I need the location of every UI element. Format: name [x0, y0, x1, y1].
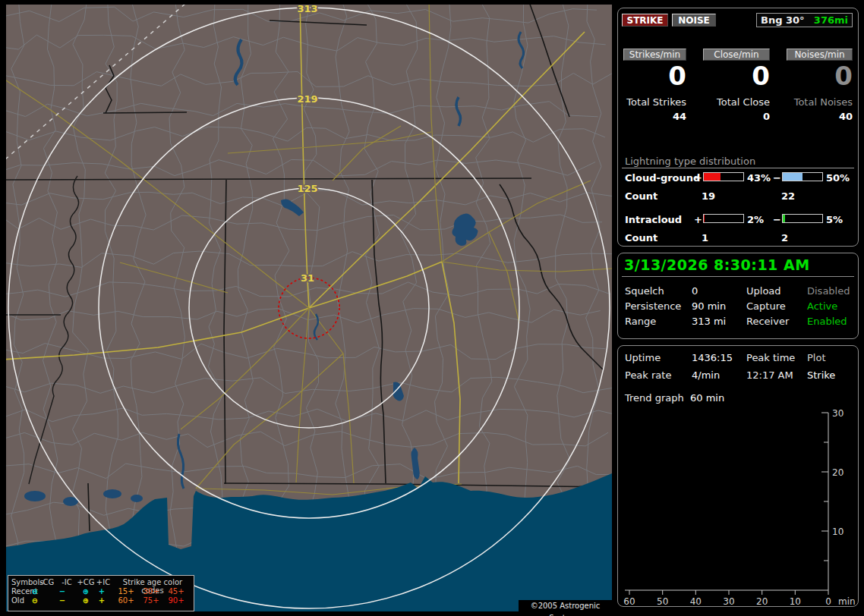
total-noises-label: Total Noises — [787, 96, 853, 108]
strikes-counter-column: Strikes/min 0 Total Strikes 44 — [623, 49, 686, 132]
bearing-value: Bng 30° — [761, 14, 805, 26]
uptime-value: 1436:15 — [692, 352, 733, 363]
range-value: 313 mi — [692, 316, 726, 327]
ic-plus-pct: 2% — [747, 214, 764, 225]
upload-status: Disabled — [807, 285, 850, 297]
cg-plus-pct: 43% — [747, 172, 771, 184]
noises-counter-column: Noises/min 0 Total Noises 40 — [787, 49, 853, 132]
persistence-value: 90 min — [692, 300, 726, 312]
range-row: Range 313 mi Receiver Enabled — [618, 316, 858, 328]
bearing-range-display: Bng 30° 376mi — [756, 13, 853, 27]
cloud-ground-row: Cloud-ground + 43% − 50% — [618, 172, 858, 183]
plot-label: Plot — [807, 352, 826, 363]
strike-tab-button[interactable]: STRIKE — [622, 14, 668, 27]
strike-symbol-legend: Symbols -CG -IC +CG +IC Strike age color… — [8, 575, 194, 611]
noise-tab-button[interactable]: NOISE — [672, 14, 716, 27]
trend-graph-row: Trend graph 60 min — [618, 392, 858, 404]
capture-label: Capture — [746, 300, 786, 312]
pos-ic-recent-icon: + — [95, 587, 109, 596]
age-60-label: 60+ — [115, 596, 137, 605]
total-strikes-label: Total Strikes — [623, 96, 686, 108]
cloud-ground-label: Cloud-ground — [625, 172, 700, 184]
neg-cg-old-icon: ⊖ — [28, 596, 42, 605]
svg-text:50: 50 — [657, 596, 668, 606]
distribution-title: Lightning type distribution — [625, 156, 755, 167]
capture-status: Active — [807, 300, 837, 312]
svg-text:0: 0 — [825, 596, 831, 606]
persistence-label: Persistence — [625, 300, 681, 312]
neg-ic-recent-icon: − — [55, 587, 69, 596]
close-per-min-value: 0 — [703, 62, 770, 90]
ring-label-31: 31 — [301, 272, 314, 284]
range-label: Range — [625, 316, 656, 327]
copyright-label: ©2005 Astrogenic Systems — [519, 600, 612, 612]
svg-text:20: 20 — [756, 596, 768, 606]
svg-text:10: 10 — [832, 526, 844, 537]
intracloud-label: Intracloud — [625, 214, 682, 225]
receiver-label: Receiver — [746, 316, 789, 327]
total-close-label: Total Close — [703, 96, 770, 108]
svg-text:40: 40 — [690, 596, 702, 606]
cg-minus-pct: 50% — [826, 172, 850, 184]
ic-plus-count: 1 — [702, 232, 708, 244]
pos-ic-old-icon: + — [95, 596, 109, 605]
ring-label-125: 125 — [297, 183, 317, 194]
strikes-per-min-chip[interactable]: Strikes/min — [623, 49, 686, 61]
svg-text:30: 30 — [723, 596, 734, 606]
total-close-value: 0 — [703, 111, 770, 122]
trend-chart: 30 20 10 60 50 40 30 20 10 0 min — [618, 409, 858, 606]
ic-plus-bar — [703, 214, 744, 223]
uptime-label: Uptime — [625, 352, 661, 363]
ic-minus-pct: 5% — [826, 214, 843, 225]
ring-label-219: 219 — [297, 93, 317, 105]
peak-rate-value: 4/min — [692, 369, 720, 381]
close-per-min-chip[interactable]: Close/min — [703, 49, 770, 61]
cg-minus-bar — [782, 172, 823, 181]
intracloud-row: Intracloud + 2% − 5% — [618, 214, 858, 225]
cg-minus-count: 22 — [781, 190, 795, 202]
range-value: 376mi — [814, 14, 848, 26]
age-45-label: 45+ — [165, 587, 188, 596]
cg-plus-count: 19 — [702, 190, 715, 202]
plot-mode-value: Strike — [807, 369, 835, 381]
squelch-value: 0 — [692, 285, 698, 297]
minus-sign: − — [773, 172, 780, 184]
trend-graph-label: Trend graph — [625, 392, 684, 404]
divider — [622, 276, 854, 277]
noises-per-min-value: 0 — [787, 62, 853, 90]
trend-panel: Uptime 1436:15 Peak time Plot Peak rate … — [617, 345, 859, 607]
ring-label-313: 313 — [297, 5, 317, 14]
upload-label: Upload — [746, 285, 781, 297]
legend-col-neg-cg: -CG — [37, 578, 57, 586]
intracloud-count-row: Count 1 2 — [618, 232, 858, 243]
svg-text:60: 60 — [623, 596, 635, 606]
peak-time-value: 12:17 AM — [746, 369, 793, 381]
svg-text:20: 20 — [832, 467, 844, 478]
ic-minus-bar — [782, 214, 823, 223]
total-noises-value: 40 — [787, 111, 853, 122]
cg-plus-bar — [703, 172, 744, 181]
ic-minus-count: 2 — [781, 232, 788, 244]
age-15-label: 15+ — [115, 587, 137, 596]
squelch-label: Squelch — [625, 285, 664, 297]
noises-per-min-chip[interactable]: Noises/min — [787, 49, 853, 61]
legend-col-neg-ic: -IC — [57, 578, 77, 586]
legend-col-pos-ic: +IC — [93, 578, 113, 586]
peak-time-label: Peak time — [746, 352, 795, 363]
datetime-display: 3/13/2026 8:30:11 AM — [624, 256, 810, 273]
x-axis-labels: 60 50 40 30 20 10 0 — [623, 596, 831, 606]
pos-cg-old-icon: ⊕ — [79, 596, 93, 605]
trend-graph-value: 60 min — [690, 392, 724, 404]
plus-sign: + — [694, 214, 702, 225]
y-axis-labels: 30 20 10 — [832, 409, 844, 537]
age-75-label: 75+ — [140, 596, 162, 605]
divider — [622, 168, 854, 168]
svg-text:30: 30 — [832, 409, 844, 419]
lightning-map[interactable]: 313 219 125 31 — [6, 5, 612, 611]
peak-rate-row: Peak rate 4/min 12:17 AM Strike — [618, 369, 858, 382]
x-axis-unit: min — [838, 596, 856, 606]
receiver-status: Enabled — [807, 316, 847, 327]
pos-cg-recent-icon: ⊕ — [79, 587, 93, 596]
map-canvas: 313 219 125 31 — [6, 5, 612, 611]
cloud-ground-count-row: Count 19 22 — [618, 190, 858, 201]
